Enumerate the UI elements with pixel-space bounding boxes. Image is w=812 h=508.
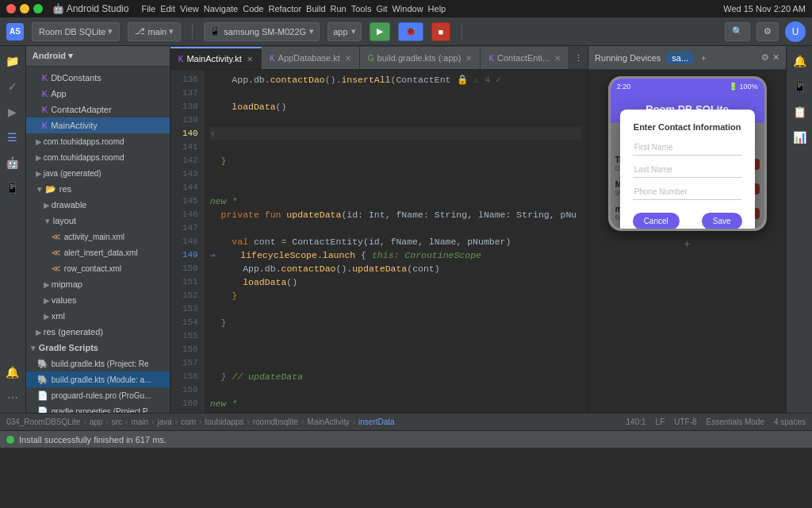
menu-window[interactable]: Window bbox=[392, 4, 423, 13]
kt-tab-icon: K bbox=[270, 54, 275, 63]
panel-resize-handle[interactable]: + bbox=[684, 237, 691, 250]
tree-item-values[interactable]: ▶ values bbox=[26, 292, 170, 308]
breadcrumb-item-1[interactable]: app bbox=[90, 418, 103, 426]
notifications-icon[interactable]: 🔔 bbox=[2, 362, 23, 383]
profiler-icon[interactable]: 📊 bbox=[789, 127, 810, 148]
add-device-tab[interactable]: + bbox=[696, 52, 710, 64]
editor-mode[interactable]: Essentials Mode bbox=[707, 418, 764, 426]
search-everywhere-button[interactable]: 🔍 bbox=[725, 22, 750, 41]
device-selector[interactable]: 📱 samsung SM-M022G ▾ bbox=[204, 22, 320, 41]
tree-item-gradle-scripts[interactable]: ▼ Gradle Scripts bbox=[26, 340, 170, 356]
tab-close-button[interactable]: ✕ bbox=[345, 54, 351, 63]
breadcrumb-item-6[interactable]: touhidapps bbox=[205, 418, 243, 426]
minimize-button[interactable] bbox=[20, 4, 29, 13]
project-header[interactable]: Android ▾ bbox=[26, 46, 170, 67]
device-manager-right-icon[interactable]: 📱 bbox=[789, 76, 810, 97]
device-tab-sa[interactable]: sa... bbox=[667, 52, 693, 64]
config-selector[interactable]: app ▾ bbox=[327, 22, 361, 41]
tree-item-res-gen[interactable]: ▶ res (generated) bbox=[26, 324, 170, 340]
dialog-phone-input[interactable] bbox=[633, 184, 742, 200]
indentation[interactable]: 4 spaces bbox=[774, 418, 806, 426]
project-icon[interactable]: 📁 bbox=[2, 51, 23, 71]
dialog-first-name-input[interactable] bbox=[633, 140, 742, 156]
android-icon[interactable]: 🤖 bbox=[2, 152, 23, 173]
breadcrumb-item-3[interactable]: main bbox=[131, 418, 148, 426]
window-controls[interactable] bbox=[6, 4, 43, 13]
breadcrumb-item-2[interactable]: src bbox=[112, 418, 122, 426]
menu-run[interactable]: Run bbox=[331, 4, 347, 13]
menu-navigate[interactable]: Navigate bbox=[204, 4, 238, 13]
tree-item-drawable[interactable]: ▶ drawable bbox=[26, 197, 170, 213]
dialog-last-name-input[interactable] bbox=[633, 162, 742, 178]
menu-view[interactable]: View bbox=[180, 4, 199, 13]
tree-label: build.gradle.kts (Project: Re bbox=[52, 360, 149, 368]
tree-item-build-gradle-project[interactable]: 🐘 build.gradle.kts (Project: Re bbox=[26, 356, 170, 371]
tree-item-row-contact[interactable]: ≪ row_contact.xml bbox=[26, 260, 170, 276]
dialog-cancel-button[interactable]: Cancel bbox=[633, 213, 680, 229]
maximize-button[interactable] bbox=[33, 4, 43, 13]
branch-selector[interactable]: ⎇ main ▾ bbox=[128, 22, 181, 41]
tree-item-xml[interactable]: ▶ xml bbox=[26, 308, 170, 324]
breadcrumb-item-0[interactable]: 034_RoomDBSQLite bbox=[6, 418, 80, 426]
device-manager-icon[interactable]: 📱 bbox=[2, 178, 23, 198]
logcat-icon[interactable]: 📋 bbox=[789, 102, 810, 122]
breadcrumb-item-8[interactable]: MainActivity bbox=[307, 418, 349, 426]
tree-item-res[interactable]: ▼ 📂 res bbox=[26, 181, 170, 197]
tab-close-button[interactable]: ✕ bbox=[554, 54, 561, 63]
close-button[interactable] bbox=[6, 4, 16, 13]
stop-button[interactable]: ■ bbox=[431, 22, 451, 41]
breadcrumb-item-9[interactable]: insertData bbox=[358, 418, 395, 426]
structure-icon[interactable]: ☰ bbox=[2, 127, 23, 148]
dialog-save-button[interactable]: Save bbox=[702, 213, 742, 229]
tree-item-pkg2[interactable]: ▶ com.touhidapps.roomd bbox=[26, 149, 170, 165]
panel-close-icon[interactable]: ✕ bbox=[772, 52, 779, 63]
tab-close-button[interactable]: ✕ bbox=[465, 54, 472, 63]
menu-git[interactable]: Git bbox=[376, 4, 387, 13]
tab-label: ContactEnti... bbox=[497, 53, 550, 63]
more-tabs-button[interactable]: ⋮ bbox=[569, 47, 588, 69]
tree-item-proguard[interactable]: 📄 proguard-rules.pro (ProGu... bbox=[26, 387, 170, 403]
device-status-bar: 2:20 🔋 100% bbox=[611, 79, 764, 94]
tree-item-java-gen[interactable]: ▶ java (generated) bbox=[26, 165, 170, 181]
tab-build-gradle[interactable]: G build.gradle.kts (:app) ✕ bbox=[360, 47, 481, 69]
tree-item-dbconstants[interactable]: K DbConstants bbox=[26, 70, 170, 86]
menu-edit[interactable]: Edit bbox=[160, 4, 175, 13]
breadcrumb-item-7[interactable]: roomdbsqlite bbox=[253, 418, 298, 426]
tree-item-activity-main[interactable]: ≪ activity_main.xml bbox=[26, 229, 170, 244]
tree-item-gradle-props[interactable]: 📄 gradle.properties (Project P... bbox=[26, 403, 170, 413]
tree-item-contactadapter[interactable]: K ContactAdapter bbox=[26, 102, 170, 117]
notifications-panel-icon[interactable]: 🔔 bbox=[789, 51, 810, 71]
menu-build[interactable]: Build bbox=[306, 4, 325, 13]
settings-button[interactable]: ⚙ bbox=[756, 22, 779, 41]
tree-item-layout[interactable]: ▼ layout bbox=[26, 213, 170, 229]
code-editor[interactable]: 136 137 138 139 140 141 142 143 144 145 … bbox=[170, 70, 588, 413]
commit-icon[interactable]: ✓ bbox=[2, 76, 23, 97]
tab-close-button[interactable]: ✕ bbox=[247, 55, 253, 64]
panel-settings-icon[interactable]: ⚙ bbox=[761, 52, 769, 63]
menu-help[interactable]: Help bbox=[428, 4, 446, 13]
tree-item-alert-insert[interactable]: ≪ alert_insert_data.xml bbox=[26, 244, 170, 260]
run-button[interactable]: ▶ bbox=[370, 22, 390, 41]
tree-item-mipmap[interactable]: ▶ mipmap bbox=[26, 276, 170, 292]
tree-item-mainactivity[interactable]: K MainActivity bbox=[26, 117, 170, 133]
menu-code[interactable]: Code bbox=[243, 4, 263, 13]
debug-button[interactable]: 🐞 bbox=[398, 22, 423, 41]
tab-appdatabase[interactable]: K AppDatabase.kt ✕ bbox=[262, 47, 360, 69]
menu-tools[interactable]: Tools bbox=[351, 4, 372, 13]
profile-avatar[interactable]: U bbox=[785, 21, 806, 42]
breadcrumb-item-5[interactable]: com bbox=[181, 418, 196, 426]
tree-item-app[interactable]: K App bbox=[26, 86, 170, 102]
breadcrumb-item-4[interactable]: java bbox=[157, 418, 171, 426]
code-content[interactable]: App.db.contactDao().insertAll(ContactEnt… bbox=[204, 70, 588, 413]
tree-label: values bbox=[52, 295, 77, 305]
tree-label: DbConstants bbox=[51, 73, 102, 83]
more-tools-icon[interactable]: ⋯ bbox=[2, 387, 23, 408]
menu-file[interactable]: File bbox=[141, 4, 155, 13]
tab-mainactivity[interactable]: K MainActivity.kt ✕ bbox=[170, 47, 262, 69]
project-selector[interactable]: Room DB SQLite ▾ bbox=[32, 22, 120, 41]
tree-item-pkg1[interactable]: ▶ com.touhidapps.roomd bbox=[26, 133, 170, 149]
menu-refactor[interactable]: Refactor bbox=[268, 4, 301, 13]
tab-contact-entity[interactable]: K ContactEnti... ✕ bbox=[481, 47, 569, 69]
run-tool-icon[interactable]: ▶ bbox=[2, 102, 23, 122]
tree-item-build-gradle-app[interactable]: 🐘 build.gradle.kts (Module: a... bbox=[26, 371, 170, 387]
